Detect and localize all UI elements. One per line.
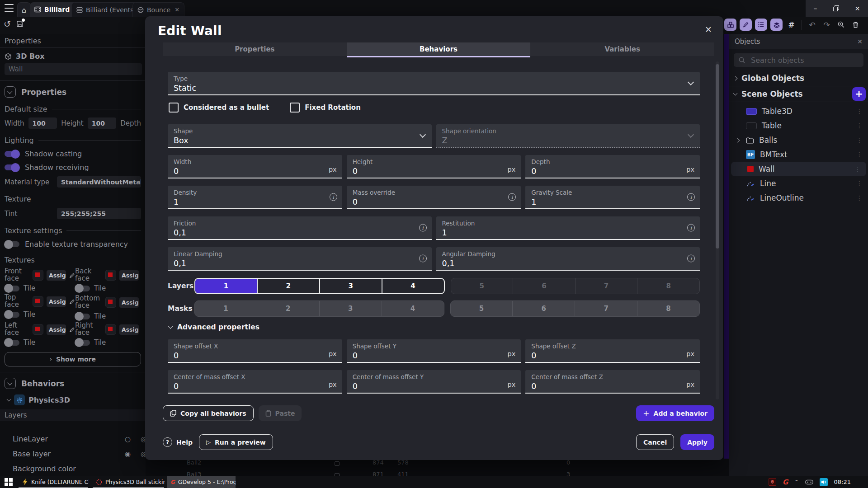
collapse-icon[interactable] — [5, 86, 16, 98]
help-button[interactable]: ? Help — [163, 437, 193, 447]
tab-close-icon[interactable]: ✕ — [175, 6, 179, 13]
layer-radio-icon[interactable]: ○ — [125, 435, 131, 443]
shape-offset-z-field[interactable]: Shape offset Z 0 px — [525, 339, 700, 363]
dialog-scrollbar[interactable] — [716, 61, 719, 399]
object-folder-balls[interactable]: Balls ⋮ — [729, 133, 868, 147]
run-preview-button[interactable]: ▷ Run a preview — [199, 434, 273, 450]
background-color-row[interactable]: Background color — [0, 463, 146, 475]
close-icon[interactable]: ✕ — [855, 5, 860, 12]
taskbar-app-gdevelop[interactable]: G GDevelop 5 - E:\Progr... — [167, 476, 236, 488]
start-button[interactable] — [5, 478, 18, 486]
angular-damping-field[interactable]: Angular Damping 0,1 i — [436, 247, 700, 271]
mask-button-8[interactable]: 8 — [637, 301, 699, 316]
info-icon[interactable]: i — [419, 255, 427, 263]
fixed-rotation-checkbox[interactable] — [290, 103, 300, 113]
show-more-button[interactable]: › Show more — [5, 352, 141, 366]
hidden-icons-chevron[interactable]: ⌃ — [794, 479, 798, 485]
info-icon[interactable]: i — [419, 224, 427, 232]
front-face-assign-button[interactable]: Assign — [47, 270, 66, 281]
object-item-line[interactable]: Line ⋮ — [729, 176, 868, 191]
com-offset-y-field[interactable]: Center of mass offset Y 0 px — [347, 370, 521, 394]
edit-tool-icon[interactable] — [740, 19, 752, 31]
info-icon[interactable]: i — [687, 224, 695, 232]
kebab-menu-icon[interactable]: ⋮ — [854, 165, 861, 173]
instance-list-icon[interactable] — [755, 19, 767, 31]
height-input[interactable]: 100 — [88, 117, 117, 129]
shadow-receiving-toggle[interactable] — [5, 164, 19, 170]
height-field[interactable]: Height 0 px — [347, 155, 521, 178]
friction-field[interactable]: Friction 0,1 i — [168, 216, 432, 240]
texture-transparency-toggle[interactable] — [5, 241, 19, 247]
taskbar-app-physics[interactable]: Physics3D Ball stickin... — [92, 476, 165, 488]
com-offset-x-field[interactable]: Center of mass offset X 0 px — [168, 370, 342, 394]
grid-icon[interactable]: # — [786, 19, 797, 31]
layer-button-2[interactable]: 2 — [257, 279, 319, 293]
close-panel-icon[interactable]: ✕ — [857, 38, 863, 45]
left-face-texture-swatch[interactable] — [33, 324, 43, 335]
bottom-face-tile-toggle[interactable] — [75, 314, 90, 319]
bullet-checkbox-row[interactable]: Considered as a bullet — [169, 103, 269, 113]
gdevelop-tray-icon[interactable]: G — [783, 478, 788, 486]
bottom-face-assign-button[interactable]: Assign — [119, 297, 139, 308]
front-face-texture-swatch[interactable] — [33, 270, 43, 281]
scrollbar-thumb[interactable] — [716, 64, 719, 249]
left-face-tile-toggle[interactable] — [5, 340, 19, 346]
object-item-table[interactable]: Table ⋮ — [729, 118, 868, 133]
info-icon[interactable]: i — [687, 193, 695, 201]
behavior-physics3d-row[interactable]: Physics3D — [7, 394, 141, 405]
dialog-close-icon[interactable]: ✕ — [705, 24, 712, 34]
redo-icon[interactable]: ↷ — [821, 19, 832, 31]
fixed-rotation-checkbox-row[interactable]: Fixed Rotation — [290, 103, 361, 113]
save-icon[interactable] — [16, 20, 24, 28]
kebab-menu-icon[interactable]: ⋮ — [856, 122, 863, 129]
objects-tool-icon[interactable] — [724, 19, 736, 31]
material-type-select[interactable]: StandardWithoutMetalness — [57, 176, 141, 188]
layer-row-linelayer[interactable]: LineLayer ○ ◎ — [0, 433, 146, 445]
behaviors-group-header[interactable]: Behaviors — [5, 378, 141, 389]
kebab-menu-icon[interactable]: ⋮ — [856, 180, 863, 187]
gamepad-tray-icon[interactable] — [805, 479, 813, 485]
tint-input[interactable]: 255;255;255 — [57, 208, 141, 219]
edit-texture-icon[interactable] — [69, 299, 75, 305]
layer-button-3[interactable]: 3 — [319, 279, 382, 293]
density-field[interactable]: Density 1 i — [168, 186, 342, 209]
right-face-assign-button[interactable]: Assign — [119, 324, 139, 335]
object-name-input[interactable] — [5, 63, 142, 75]
top-face-assign-button[interactable]: Assign — [47, 296, 66, 307]
counter-tray-icon[interactable]: 0 — [769, 478, 776, 486]
right-face-tile-toggle[interactable] — [75, 340, 90, 346]
com-offset-z-field[interactable]: Center of mass offset Z 0 px — [525, 370, 700, 394]
bottom-face-texture-swatch[interactable] — [105, 297, 116, 308]
properties-group-header[interactable]: Properties — [5, 86, 141, 98]
shape-offset-x-field[interactable]: Shape offset X 0 px — [168, 339, 342, 363]
object-item-table3d[interactable]: Table3D ⋮ — [729, 104, 868, 118]
linear-damping-field[interactable]: Linear Damping 0,1 i — [168, 247, 432, 271]
layer-row-base[interactable]: Base layer ◉ ◎ — [0, 448, 146, 460]
mass-override-field[interactable]: Mass override 0 i — [347, 186, 521, 209]
kebab-menu-icon[interactable]: ⋮ — [856, 136, 863, 144]
layer-button-1[interactable]: 1 — [195, 279, 257, 293]
edit-texture-icon[interactable] — [69, 272, 75, 278]
tab-variables[interactable]: Variables — [530, 42, 714, 56]
front-face-tile-toggle[interactable] — [5, 286, 19, 291]
layer-button-6[interactable]: 6 — [513, 278, 575, 294]
mask-button-7[interactable]: 7 — [575, 301, 637, 316]
top-face-tile-toggle[interactable] — [5, 312, 19, 318]
add-object-button[interactable]: + — [852, 87, 866, 101]
tab-properties[interactable]: Properties — [163, 42, 347, 56]
add-behavior-button[interactable]: + Add a behavior — [636, 405, 714, 421]
taskbar-clock[interactable]: 08:21 — [834, 479, 851, 485]
top-face-texture-swatch[interactable] — [33, 296, 43, 307]
mask-button-2[interactable]: 2 — [257, 301, 319, 316]
layer-button-5[interactable]: 5 — [451, 278, 513, 294]
depth-field[interactable]: Depth 0 px — [525, 155, 700, 178]
bullet-checkbox[interactable] — [169, 103, 179, 113]
apply-button[interactable]: Apply — [680, 434, 714, 450]
minimize-icon[interactable]: – — [814, 4, 817, 13]
object-item-wall[interactable]: Wall ⋮ — [731, 162, 866, 176]
edit-texture-icon[interactable] — [69, 327, 75, 333]
kebab-menu-icon[interactable]: ⋮ — [856, 108, 863, 115]
width-field[interactable]: Width 0 px — [168, 155, 342, 178]
shape-select[interactable]: Shape Box — [168, 124, 432, 148]
back-face-assign-button[interactable]: Assign — [119, 270, 139, 281]
